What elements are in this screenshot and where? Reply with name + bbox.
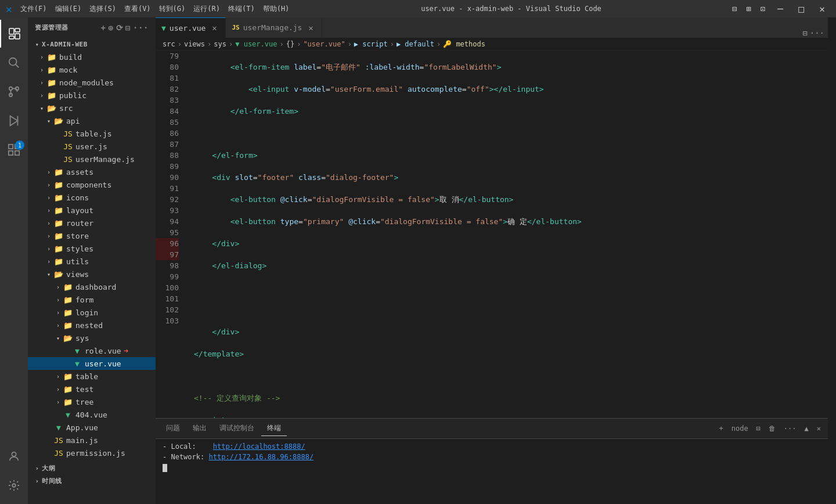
panel-tab-terminal[interactable]: 终端 [261,421,287,436]
more-editor-actions-icon[interactable]: ··· [810,28,824,38]
menu-item-e[interactable]: 编辑(E) [52,3,85,15]
sidebar-item-src[interactable]: ▾ 📂 src [28,102,156,114]
editor-scrollbar[interactable] [828,17,836,504]
title-bar-controls[interactable]: ⊟ ⊞ ⊡ ─ □ ✕ [730,3,830,15]
sidebar-item-user-vue[interactable]: › ▼ user.vue [28,357,156,370]
network-url-link[interactable]: http://172.16.88.96:8888/ [208,453,314,461]
sidebar-item-api[interactable]: ▾ 📂 api [28,114,156,127]
extensions-activity-icon[interactable]: 1 [0,136,28,164]
close-terminal-icon[interactable]: ✕ [815,423,823,434]
minimize-button[interactable]: ─ [772,3,788,15]
sidebar-item-404-vue[interactable]: › ▼ 404.vue [28,408,156,421]
search-activity-icon[interactable] [0,49,28,77]
add-terminal-icon[interactable]: + [716,423,725,434]
outline-section[interactable]: › 大纲 [28,462,156,474]
sidebar-item-mock[interactable]: › 📁 mock [28,63,156,76]
usermanage-tab-close[interactable]: ✕ [305,23,316,33]
sidebar-item-components[interactable]: › 📁 components [28,178,156,191]
breadcrumb-script[interactable]: ▶ script [354,40,388,48]
sidebar-item-usermanage-js[interactable]: › JS userManage.js [28,153,156,165]
account-activity-icon[interactable] [0,442,28,470]
breadcrumb-user-vue-str[interactable]: "user.vue" [303,40,345,48]
sidebar-actions[interactable]: + ⊕ ⟳ ⊟ ··· [101,23,149,33]
split-editor-icon[interactable]: ⊞ [744,3,753,15]
sidebar-item-utils[interactable]: › 📁 utils [28,255,156,268]
split-editor-action-icon[interactable]: ⊟ [802,28,807,38]
tree-root[interactable]: ▾ X-ADMIN-WEB [28,38,156,51]
tab-usermanage-js[interactable]: JS userManage.js ✕ [226,17,322,38]
source-control-activity-icon[interactable] [0,78,28,106]
sidebar-item-icons[interactable]: › 📁 icons [28,191,156,204]
editor-actions[interactable]: ⊟ ··· [799,28,828,38]
sidebar-item-store[interactable]: › 📁 store [28,229,156,242]
sidebar-item-test[interactable]: › 📁 test [28,383,156,395]
svg-rect-1 [15,28,20,32]
sidebar-item-assets[interactable]: › 📁 assets [28,165,156,178]
sidebar-item-role-vue[interactable]: › ▼ role.vue ➜ [28,344,156,357]
menu-item-t[interactable]: 终端(T) [225,3,258,15]
collapse-all-icon[interactable]: ⊟ [125,23,131,33]
main-js-label: main.js [66,436,98,445]
layout-icon[interactable]: ⊟ [730,3,739,15]
sidebar-item-layout[interactable]: › 📁 layout [28,204,156,217]
explorer-activity-icon[interactable] [0,20,28,48]
settings-activity-icon[interactable] [0,471,28,499]
local-url-link[interactable]: http://localhost:8888/ [213,442,305,451]
layout2-icon[interactable]: ⊡ [758,3,767,15]
panel-tab-debug[interactable]: 调试控制台 [214,421,260,436]
sidebar-item-app-vue[interactable]: › ▼ App.vue [28,421,156,434]
sidebar-item-dashboard[interactable]: › 📁 dashboard [28,280,156,293]
line-86: <el-button type="primary" @click="dialog… [194,216,828,227]
run-activity-icon[interactable] [0,107,28,135]
maximize-button[interactable]: □ [793,3,809,15]
sidebar-item-router[interactable]: › 📁 router [28,217,156,229]
menu-item-g[interactable]: 转到(G) [156,3,189,15]
code-content[interactable]: <el-form-item label="电子邮件" :label-width=… [185,51,828,418]
panel-tab-output[interactable]: 输出 [187,421,212,436]
delete-terminal-icon[interactable]: 🗑 [766,423,778,434]
menu-item-v[interactable]: 查看(V) [121,3,154,15]
split-terminal-icon[interactable]: ⊟ [754,423,763,434]
sidebar-item-views[interactable]: ▾ 📂 views [28,268,156,280]
maximize-terminal-icon[interactable]: ▲ [802,423,811,434]
breadcrumb-sys[interactable]: sys [214,40,226,48]
terminal-input-line[interactable] [163,462,821,473]
menu-item-h[interactable]: 帮助(H) [260,3,293,15]
breadcrumb-braces[interactable]: {} [286,40,294,48]
sidebar-item-permission-js[interactable]: › JS permission.js [28,447,156,459]
new-file-icon[interactable]: + [101,23,106,33]
user-vue-tab-close[interactable]: ✕ [209,23,219,33]
breadcrumb-methods[interactable]: 🔑 methods [443,40,485,48]
sidebar-item-main-js[interactable]: › JS main.js [28,434,156,447]
menu-item-f[interactable]: 文件(F) [17,3,51,15]
menu-bar[interactable]: 文件(F)编辑(E)选择(S)查看(V)转到(G)运行(R)终端(T)帮助(H) [17,3,293,15]
sidebar-item-public[interactable]: › 📁 public [28,89,156,102]
sidebar-item-tree[interactable]: › 📁 tree [28,395,156,408]
sidebar-item-build[interactable]: › 📁 build [28,51,156,63]
tab-user-vue[interactable]: ▼ user.vue ✕ [156,17,226,38]
sidebar-item-sys[interactable]: ▾ 📂 sys [28,332,156,344]
sidebar-item-user-js[interactable]: › JS user.js [28,140,156,153]
code-editor[interactable]: 79 80 81 82 83 84 85 86 87 88 89 90 91 9… [156,51,828,418]
panel-tab-problems[interactable]: 问题 [160,421,186,436]
more-actions-icon[interactable]: ··· [133,23,149,33]
sidebar-item-styles[interactable]: › 📁 styles [28,242,156,255]
sidebar-item-table-js[interactable]: › JS table.js [28,127,156,140]
breadcrumb-default[interactable]: ▶ default [397,40,434,48]
new-folder-icon[interactable]: ⊕ [109,23,114,33]
breadcrumb-src[interactable]: src [163,40,175,48]
menu-item-s[interactable]: 选择(S) [86,3,120,15]
breadcrumb-user-vue[interactable]: ▼ user.vue [235,40,277,48]
timeline-section[interactable]: › 时间线 [28,474,156,487]
terminal-content[interactable]: - Local: http://localhost:8888/ - Networ… [156,439,828,504]
sidebar-item-form[interactable]: › 📁 form [28,293,156,306]
sidebar-item-login[interactable]: › 📁 login [28,306,156,319]
menu-item-r[interactable]: 运行(R) [190,3,224,15]
close-button[interactable]: ✕ [814,3,830,15]
sidebar-item-nested[interactable]: › 📁 nested [28,319,156,332]
refresh-icon[interactable]: ⟳ [116,23,124,33]
breadcrumb-views[interactable]: views [184,40,205,48]
more-terminal-icon[interactable]: ··· [781,423,799,434]
sidebar-item-table[interactable]: › 📁 table [28,370,156,383]
sidebar-item-node-modules[interactable]: › 📁 node_modules [28,76,156,89]
